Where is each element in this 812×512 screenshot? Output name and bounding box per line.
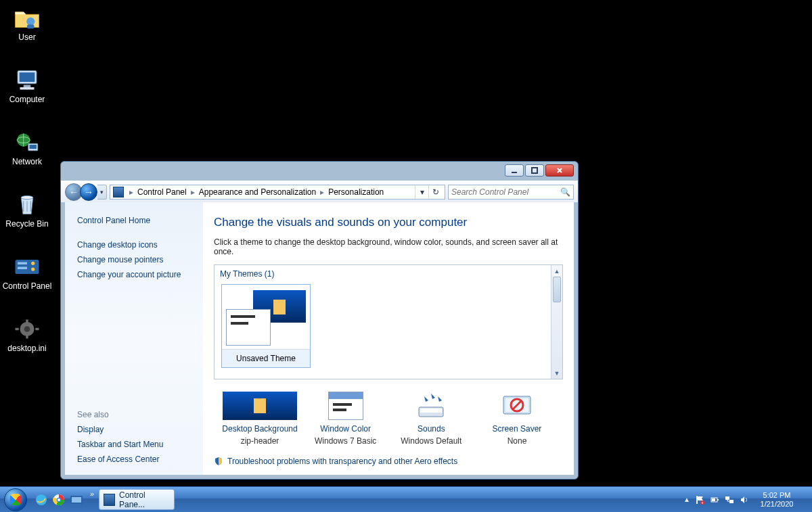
desktop-background-icon	[223, 392, 297, 420]
desktop-icon-label: Computer	[0, 95, 54, 104]
scroll-down-icon[interactable]: ▼	[551, 367, 562, 379]
tray-power-icon[interactable]	[709, 494, 720, 505]
tile-caption[interactable]: Screen Saver	[475, 424, 559, 434]
nav-toolbar: ← → ▾ ▸ Control Panel ▸ Appearance and P…	[61, 181, 578, 202]
tile-sounds[interactable]: Sounds Windows Default	[389, 392, 473, 446]
svg-point-33	[58, 498, 60, 501]
control-panel-icon	[13, 253, 41, 280]
svg-rect-22	[512, 172, 517, 173]
breadcrumb-item[interactable]: Appearance and Personalization	[198, 187, 317, 197]
tray-volume-icon[interactable]	[739, 494, 750, 505]
breadcrumb-item[interactable]: Control Panel	[136, 187, 188, 197]
themes-list[interactable]: My Themes (1) Unsaved Theme ▲ ▼	[214, 264, 563, 379]
tile-caption[interactable]: Desktop Background	[218, 424, 302, 434]
theme-caption: Unsaved Theme	[222, 350, 310, 367]
pinned-ie[interactable]	[34, 492, 49, 507]
nav-history-dropdown[interactable]: ▾	[97, 185, 107, 200]
control-panel-small-icon	[104, 494, 115, 506]
clock-date: 1/21/2020	[757, 500, 797, 509]
svg-point-0	[26, 17, 35, 25]
folder-user-icon	[13, 4, 41, 31]
pinned-explorer[interactable]	[69, 492, 84, 507]
svg-rect-1	[27, 24, 35, 28]
desktop-icon-desktop-ini[interactable]: desktop.ini	[0, 311, 54, 356]
maximize-button[interactable]	[525, 164, 544, 177]
desktop-icon-label: User	[0, 32, 54, 42]
svg-rect-36	[696, 496, 698, 504]
clock-time: 5:02 PM	[757, 491, 797, 500]
see-also-ease-of-access[interactable]: Ease of Access Center	[77, 452, 194, 467]
taskbar-button-control-panel[interactable]: Control Pane...	[99, 489, 175, 510]
taskbar-overflow-chevron[interactable]: »	[87, 487, 97, 512]
recycle-bin-icon	[13, 191, 41, 218]
tray-flag-icon[interactable]: x	[694, 494, 705, 505]
refresh-button[interactable]: ↻	[428, 185, 442, 199]
theme-item-unsaved[interactable]: Unsaved Theme	[221, 284, 311, 368]
start-button[interactable]	[0, 487, 31, 512]
desktop-icon-control-panel[interactable]: Control Panel	[0, 249, 54, 294]
close-button[interactable]	[545, 164, 574, 177]
computer-icon	[13, 66, 41, 93]
tile-caption[interactable]: Sounds	[389, 424, 473, 434]
sounds-icon	[394, 392, 468, 420]
sidebar-link-change-account-picture[interactable]: Change your account picture	[77, 267, 194, 282]
breadcrumb-item[interactable]: Personalization	[327, 187, 385, 197]
sidebar-home-link[interactable]: Control Panel Home	[77, 213, 194, 228]
themes-group-header: My Themes (1)	[220, 269, 274, 279]
search-input[interactable]	[451, 187, 560, 197]
desktop-icon-label: Network	[0, 157, 54, 166]
desktop-icon-recycle-bin[interactable]: Recycle Bin	[0, 187, 54, 231]
svg-rect-9	[30, 145, 37, 149]
scroll-thumb[interactable]	[553, 277, 561, 302]
tile-desktop-background[interactable]: Desktop Background zip-header	[218, 392, 302, 446]
svg-rect-19	[26, 335, 28, 338]
see-also-display[interactable]: Display	[77, 422, 194, 437]
troubleshoot-link[interactable]: Troubleshoot problems with transparency …	[214, 457, 563, 466]
minimize-button[interactable]	[505, 164, 524, 177]
sidebar: Control Panel Home Change desktop icons …	[65, 202, 203, 475]
control-panel-window: ← → ▾ ▸ Control Panel ▸ Appearance and P…	[60, 161, 579, 480]
tile-value: Windows Default	[389, 436, 473, 446]
breadcrumb-sep-icon: ▸	[188, 187, 198, 197]
tile-caption[interactable]: Window Color	[304, 424, 388, 434]
sidebar-link-change-mouse-pointers[interactable]: Change mouse pointers	[77, 252, 194, 267]
svg-rect-3	[20, 72, 35, 82]
network-icon	[13, 129, 41, 156]
search-box[interactable]: 🔍	[448, 185, 574, 200]
svg-rect-20	[16, 327, 19, 330]
desktop-icon-computer[interactable]: Computer	[0, 62, 54, 107]
themes-scrollbar[interactable]: ▲ ▼	[551, 265, 562, 379]
svg-rect-12	[18, 262, 27, 264]
window-buttons	[505, 164, 574, 177]
tile-window-color[interactable]: Window Color Windows 7 Basic	[304, 392, 388, 446]
main-content: Change the visuals and sounds on your co…	[203, 202, 574, 475]
window-body: Control Panel Home Change desktop icons …	[65, 202, 574, 475]
address-dropdown[interactable]: ▾	[415, 185, 428, 199]
search-icon: 🔍	[560, 187, 570, 197]
breadcrumb-sep-icon: ▸	[127, 187, 136, 197]
desktop-icon-network[interactable]: Network	[0, 124, 54, 169]
sidebar-link-change-desktop-icons[interactable]: Change desktop icons	[77, 237, 194, 252]
see-also-taskbar-startmenu[interactable]: Taskbar and Start Menu	[77, 437, 194, 452]
desktop-icon-user[interactable]: User	[0, 0, 54, 45]
forward-button[interactable]: →	[80, 183, 97, 201]
desktop-icon-label: desktop.ini	[0, 344, 54, 353]
taskbar-clock[interactable]: 5:02 PM 1/21/2020	[754, 488, 800, 512]
svg-rect-4	[24, 85, 31, 87]
window-titlebar[interactable]	[61, 162, 578, 181]
troubleshoot-link-label: Troubleshoot problems with transparency …	[227, 457, 457, 466]
svg-rect-5	[20, 87, 35, 90]
tray-overflow-button[interactable]: ▲	[683, 496, 690, 503]
svg-point-15	[31, 267, 35, 271]
ini-file-icon	[13, 315, 41, 342]
scroll-up-icon[interactable]: ▲	[551, 265, 562, 277]
svg-rect-23	[532, 168, 537, 173]
svg-rect-41	[712, 498, 715, 501]
svg-point-10	[21, 195, 33, 199]
screen-saver-icon	[480, 392, 554, 420]
tile-screen-saver[interactable]: Screen Saver None	[475, 392, 559, 446]
tray-network-icon[interactable]	[724, 494, 735, 505]
taskbar: » Control Pane... ▲ x 5:02 PM 1/21/2020	[0, 486, 812, 512]
address-bar[interactable]: ▸ Control Panel ▸ Appearance and Persona…	[110, 185, 445, 200]
pinned-chrome[interactable]	[51, 492, 66, 507]
